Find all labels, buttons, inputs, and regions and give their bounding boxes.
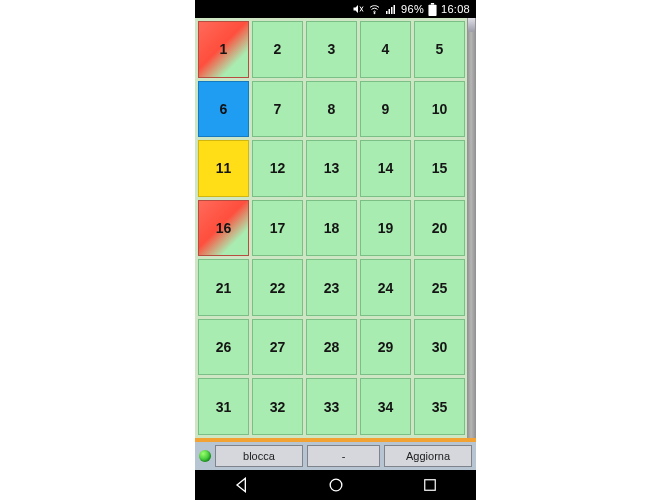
- signal-icon: [385, 3, 397, 15]
- grid-cell[interactable]: 18: [306, 200, 357, 257]
- nav-recent-button[interactable]: [421, 476, 439, 494]
- grid-cell[interactable]: 8: [306, 81, 357, 138]
- grid-cell[interactable]: 17: [252, 200, 303, 257]
- grid-cell[interactable]: 5: [414, 21, 465, 78]
- grid-cell[interactable]: 6: [198, 81, 249, 138]
- grid-cell[interactable]: 33: [306, 378, 357, 435]
- phone-frame: 96% 16:08 123456789101112131415161718192…: [195, 0, 476, 500]
- wifi-icon: [368, 3, 381, 15]
- status-bar: 96% 16:08: [195, 0, 476, 18]
- android-nav-bar: [195, 470, 476, 500]
- bottom-toolbar: blocca - Aggiorna: [195, 442, 476, 470]
- svg-point-2: [374, 12, 375, 13]
- grid-cell[interactable]: 20: [414, 200, 465, 257]
- grid-cell[interactable]: 7: [252, 81, 303, 138]
- number-grid: 1234567891011121314151617181920212223242…: [195, 18, 467, 438]
- battery-icon: [428, 3, 437, 16]
- grid-cell[interactable]: 22: [252, 259, 303, 316]
- grid-cell[interactable]: 35: [414, 378, 465, 435]
- mute-icon: [352, 3, 364, 15]
- grid-cell[interactable]: 27: [252, 319, 303, 376]
- grid-cell[interactable]: 25: [414, 259, 465, 316]
- scrollbar-track[interactable]: [467, 18, 476, 438]
- svg-point-9: [331, 479, 343, 491]
- scrollbar-thumb[interactable]: [468, 18, 475, 32]
- connection-status-dot: [199, 450, 211, 462]
- grid-cell[interactable]: 34: [360, 378, 411, 435]
- grid-cell[interactable]: 11: [198, 140, 249, 197]
- grid-cell[interactable]: 4: [360, 21, 411, 78]
- svg-rect-6: [394, 5, 396, 14]
- svg-rect-10: [425, 480, 436, 491]
- grid-cell[interactable]: 14: [360, 140, 411, 197]
- grid-cell[interactable]: 19: [360, 200, 411, 257]
- svg-rect-3: [386, 11, 388, 14]
- grid-cell[interactable]: 30: [414, 319, 465, 376]
- grid-cell[interactable]: 16: [198, 200, 249, 257]
- grid-cell[interactable]: 31: [198, 378, 249, 435]
- svg-rect-8: [428, 4, 436, 15]
- app-content: 1234567891011121314151617181920212223242…: [195, 18, 476, 470]
- grid-cell[interactable]: 12: [252, 140, 303, 197]
- svg-rect-4: [389, 9, 391, 14]
- grid-cell[interactable]: 29: [360, 319, 411, 376]
- battery-percent: 96%: [401, 3, 424, 15]
- grid-cell[interactable]: 2: [252, 21, 303, 78]
- grid-cell[interactable]: 21: [198, 259, 249, 316]
- grid-cell[interactable]: 26: [198, 319, 249, 376]
- middle-button[interactable]: -: [307, 445, 380, 467]
- grid-cell[interactable]: 1: [198, 21, 249, 78]
- grid-cell[interactable]: 9: [360, 81, 411, 138]
- refresh-button[interactable]: Aggiorna: [384, 445, 472, 467]
- grid-cell[interactable]: 13: [306, 140, 357, 197]
- grid-cell[interactable]: 15: [414, 140, 465, 197]
- grid-cell[interactable]: 10: [414, 81, 465, 138]
- grid-cell[interactable]: 3: [306, 21, 357, 78]
- grid-cell[interactable]: 28: [306, 319, 357, 376]
- nav-back-button[interactable]: [232, 475, 252, 495]
- grid-cell[interactable]: 32: [252, 378, 303, 435]
- nav-home-button[interactable]: [326, 475, 346, 495]
- grid-cell[interactable]: 24: [360, 259, 411, 316]
- grid-cell[interactable]: 23: [306, 259, 357, 316]
- svg-rect-7: [431, 3, 434, 5]
- svg-rect-5: [391, 7, 393, 14]
- lock-button[interactable]: blocca: [215, 445, 303, 467]
- clock: 16:08: [441, 3, 470, 15]
